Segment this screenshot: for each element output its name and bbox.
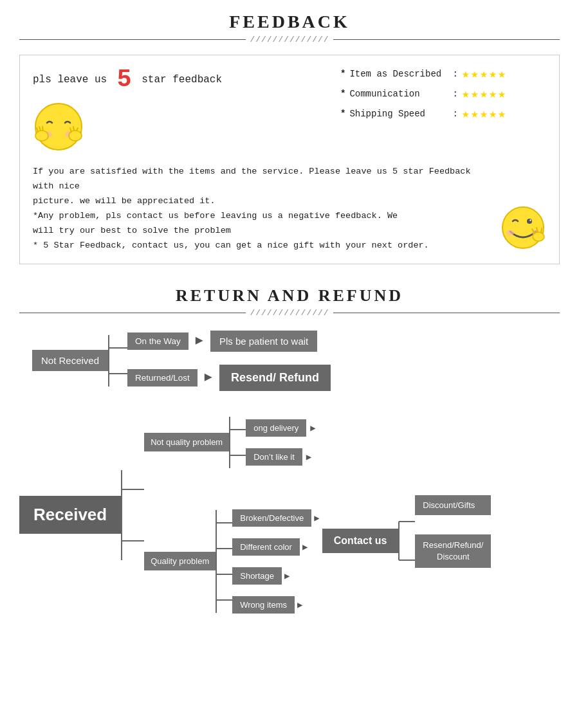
bullet-2: * [340, 89, 345, 99]
rcv-connector-svg [121, 451, 144, 579]
divider-line-right [333, 39, 560, 40]
diff-color-row: Different color ▶ [232, 538, 319, 556]
divider-slash: ////////////// [246, 35, 333, 44]
refund-divider-line-left [19, 313, 246, 313]
arrow-wi: ▶ [297, 599, 302, 610]
long-delivery-row: ong delivery ▶ [246, 419, 316, 437]
svg-line-19 [541, 228, 542, 233]
svg-line-9 [73, 127, 74, 131]
nr-connector-svg [108, 335, 127, 387]
rcv-mid-branches: Not quality problem ong delivery ▶ Don’t… [144, 417, 319, 614]
not-quality-row: Not quality problem ong delivery ▶ Don’t… [144, 417, 319, 468]
not-received-flow: Not Received On the Way ▶ Pls be patient… [32, 331, 547, 391]
returned-branch: Returned/Lost ▶ Resend/ Refund [127, 365, 331, 391]
svg-point-11 [502, 207, 544, 248]
svg-point-12 [527, 219, 532, 224]
colon-2: : [452, 89, 457, 99]
rating-row-described: * Item as Described : ★★★★★ [340, 66, 546, 82]
diff-color-box: Different color [232, 538, 300, 556]
nq-items: ong delivery ▶ Don’t like it ▶ [246, 419, 316, 466]
rating-row-communication: * Communication : ★★★★★ [340, 86, 546, 102]
not-quality-box: Not quality problem [144, 433, 229, 451]
patient-box: Pls be patient to wait [210, 331, 317, 352]
feedback-section: FEEDBACK ////////////// pls leave us 5 s… [0, 0, 579, 286]
arrow-sh: ▶ [284, 570, 290, 581]
refund-divider: ////////////// [19, 308, 560, 318]
feedback-divider: ////////////// [19, 35, 560, 44]
shortage-box: Shortage [232, 567, 282, 585]
svg-point-13 [529, 219, 531, 221]
svg-point-7 [69, 131, 82, 141]
refund-divider-line-right [333, 313, 560, 313]
tagline-suffix: star feedback [142, 74, 222, 86]
broken-box: Broken/Defective [232, 509, 311, 527]
received-box: Received [19, 496, 121, 534]
refund-divider-slash: ////////////// [246, 308, 333, 318]
stars-communication: ★★★★★ [462, 86, 507, 102]
bullet-1: * [340, 69, 345, 79]
quality-problem-box: Quality problem [144, 552, 216, 570]
tagline-prefix: pls leave us [33, 74, 107, 86]
feedback-left: pls leave us 5 star feedback [33, 66, 340, 156]
outcomes-area: Discount/Gifts Resend/Refund/Discount [415, 495, 491, 568]
feedback-body-text: If you are satisfied with the items and … [33, 165, 493, 253]
nq-connector-svg [229, 417, 246, 468]
wrong-items-row: Wrong items ▶ [232, 596, 319, 614]
feedback-ratings: * Item as Described : ★★★★★ * Communicat… [340, 66, 546, 125]
svg-point-14 [506, 230, 514, 235]
arrow-1: ▶ [196, 334, 203, 347]
colon-1: : [452, 69, 457, 79]
rating-label-described: Item as Described [349, 69, 452, 79]
resend-refund-box: Resend/Refund/Discount [415, 534, 491, 568]
dont-like-row: Don’t like it ▶ [246, 448, 316, 466]
arrow-dc: ▶ [302, 541, 308, 552]
feedback-title: FEEDBACK [19, 12, 560, 32]
smiley-icon-2 [500, 205, 546, 251]
feedback-body: If you are satisfied with the items and … [33, 165, 546, 253]
resend-box: Resend/ Refund [219, 365, 331, 391]
bullet-3: * [340, 109, 345, 119]
feedback-text-1: If you are satisfied with the items and … [33, 165, 493, 253]
not-received-box: Not Received [32, 350, 108, 371]
contact-us-area: Contact us [322, 529, 399, 553]
stars-described: ★★★★★ [462, 66, 507, 82]
colon-3: : [452, 109, 457, 119]
returned-box: Returned/Lost [127, 369, 198, 387]
broken-row: Broken/Defective ▶ [232, 509, 319, 527]
on-the-way-box: On the Way [127, 332, 188, 350]
feedback-tagline: pls leave us 5 star feedback [33, 66, 340, 93]
rating-label-shipping: Shipping Speed [349, 109, 452, 119]
received-flow: Received Not quality problem [19, 417, 553, 614]
arrow-2: ▶ [205, 371, 212, 384]
qp-connector-svg [216, 510, 232, 613]
contact-us-box: Contact us [322, 529, 399, 553]
feedback-top: pls leave us 5 star feedback [33, 66, 546, 156]
big-five: 5 [117, 66, 132, 93]
cu-connector-svg [398, 509, 415, 573]
divider-line-left [19, 39, 246, 40]
dont-like-box: Don’t like it [246, 448, 302, 466]
refund-title: RETURN AND REFUND [19, 286, 560, 305]
feedback-box: pls leave us 5 star feedback [19, 55, 560, 264]
discount-gifts-box: Discount/Gifts [415, 495, 491, 515]
rating-row-shipping: * Shipping Speed : ★★★★★ [340, 105, 546, 122]
long-delivery-box: ong delivery [246, 419, 306, 437]
stars-shipping: ★★★★★ [462, 105, 507, 122]
svg-line-6 [42, 127, 43, 131]
arrow-ld: ▶ [310, 423, 315, 433]
smiley-icon-1 [33, 101, 84, 152]
quality-row: Quality problem Broken/Defective ▶ Diffe [144, 477, 319, 614]
on-the-way-branch: On the Way ▶ Pls be patient to wait [127, 331, 331, 352]
qp-items: Broken/Defective ▶ Different color ▶ Sho… [232, 509, 319, 614]
arrow-dl: ▶ [306, 451, 311, 462]
svg-point-3 [35, 131, 48, 141]
nr-branches: On the Way ▶ Pls be patient to wait Retu… [127, 331, 331, 391]
wrong-items-box: Wrong items [232, 596, 295, 614]
refund-section: RETURN AND REFUND ////////////// Not Rec… [0, 286, 579, 646]
shortage-row: Shortage ▶ [232, 567, 319, 585]
rating-label-communication: Communication [349, 89, 452, 99]
arrow-broken: ▶ [314, 513, 319, 523]
